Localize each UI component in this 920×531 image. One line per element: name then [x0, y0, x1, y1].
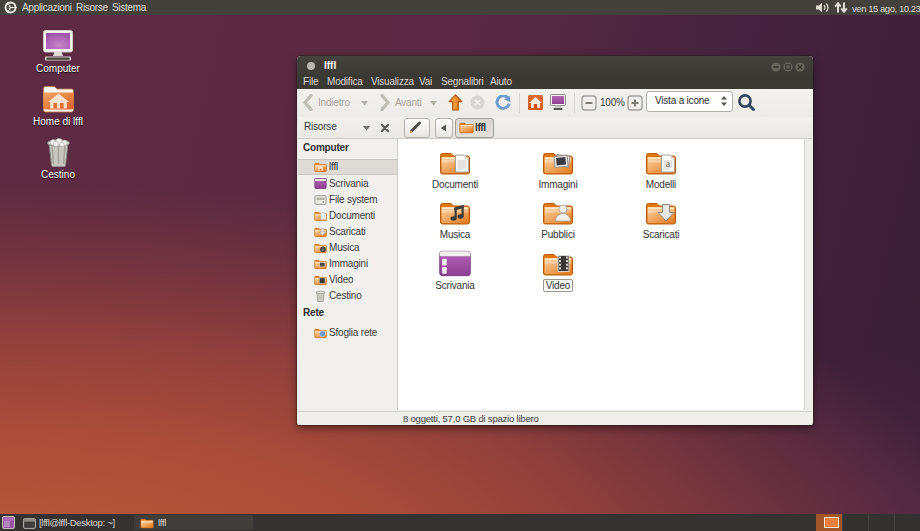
svg-text:♪: ♪ [322, 247, 324, 252]
svg-text:a: a [666, 158, 671, 169]
